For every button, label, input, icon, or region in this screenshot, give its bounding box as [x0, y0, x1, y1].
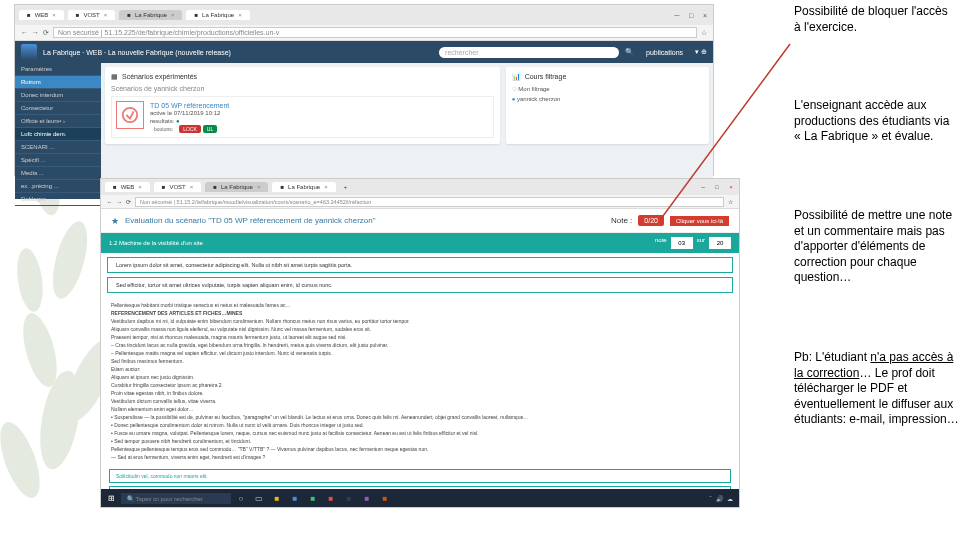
nav-fwd-icon[interactable]: → [32, 29, 39, 36]
tray-icon[interactable]: ˄ [709, 495, 712, 502]
taskbar-search[interactable]: 🔍 Tapez ici pour rechercher [121, 493, 231, 504]
sidebar-item[interactable]: Paramètres [15, 63, 101, 76]
start-icon[interactable]: ⊞ [103, 491, 119, 505]
section-header: 1.2 Machine de la visibilité d'un site n… [101, 233, 739, 253]
task-view-icon[interactable]: ▭ [251, 491, 267, 505]
star-icon: ★ [111, 216, 119, 226]
app-icon[interactable]: ■ [377, 491, 393, 505]
search-input[interactable]: rechercher [439, 47, 619, 58]
browser-tab[interactable]: ■VOST× [68, 10, 115, 20]
browser-tab[interactable]: ■La Fabrique× [119, 10, 182, 20]
app-topbar: La Fabrique · WEB · La nouvelle Fabrique… [15, 41, 713, 63]
svg-line-10 [660, 44, 790, 220]
screenshot-evaluation: ■WEB× ■VOST× ■La Fabrique× ■La Fabrique×… [100, 178, 740, 508]
app-title: La Fabrique · WEB · La nouvelle Fabrique… [43, 49, 231, 56]
app-logo [21, 44, 37, 60]
app-icon[interactable]: ■ [359, 491, 375, 505]
nav-fwd-icon[interactable]: → [117, 199, 123, 205]
browser-tab[interactable]: ■La Fabrique× [272, 182, 335, 192]
window-controls: ─ □ × [673, 12, 709, 19]
reload-icon[interactable]: ⟳ [43, 29, 49, 37]
maximize-icon[interactable]: □ [687, 12, 695, 19]
close-icon[interactable]: × [701, 12, 709, 19]
tray-icon[interactable]: 🔊 [716, 495, 723, 502]
sidebar-item[interactable]: Media ... [15, 167, 101, 180]
sidebar-item[interactable]: ex. .précing ... [15, 180, 101, 193]
scenario-item[interactable]: TD 05 WP référencement active le 07/11/2… [111, 96, 494, 138]
app-icon[interactable]: ■ [341, 491, 357, 505]
app-icon[interactable]: ■ [269, 491, 285, 505]
annotation-block-access: Possibilité de bloquer l'accès à l'exerc… [794, 4, 954, 35]
sidebar-item[interactable]: Officie et leurs• › [15, 115, 101, 128]
annotation-problem: Pb: L'étudiant n'a pas accès à la correc… [794, 350, 959, 428]
scenario-title: TD 05 WP référencement [150, 101, 229, 110]
reload-icon[interactable]: ⟳ [126, 199, 131, 205]
sub-section: Sed efficitur, tortor sit amet ultrices … [107, 277, 733, 293]
minimize-icon[interactable]: ─ [673, 12, 681, 19]
browser-tab-strip: ■WEB× ■VOST× ■La Fabrique× ■La Fabrique×… [101, 179, 739, 195]
scenario-date: active le 07/11/2019 10:12 [150, 110, 229, 118]
annotation-teacher-access: L'enseignant accède aux productions des … [794, 98, 959, 145]
windows-taskbar: ⊞ 🔍 Tapez ici pour rechercher ○ ▭ ■ ■ ■ … [101, 489, 740, 507]
scenario-thumb-icon [116, 101, 144, 129]
sidebar-item[interactable]: Spécifi ... [15, 154, 101, 167]
nav-back-icon[interactable]: ← [107, 199, 113, 205]
cortana-icon[interactable]: ○ [233, 491, 249, 505]
annotation-note-comment: Possibilité de mettre une note et un com… [794, 208, 959, 286]
browser-tab-strip: ■WEB× ■VOST× ■La Fabrique× ■La Fabrique×… [15, 5, 713, 25]
nav-back-icon[interactable]: ← [21, 29, 28, 36]
address-bar[interactable]: Non sécurisé | 51.15.2/la/fabrique/moodl… [135, 197, 724, 207]
search-icon[interactable]: 🔍 [625, 48, 634, 56]
sidebar-item[interactable]: Deblages ... [15, 193, 101, 206]
sidebar-item-active[interactable]: Lufc chimie dem. [15, 128, 101, 141]
browser-tab[interactable]: ■La Fabrique× [186, 10, 249, 20]
note-label: Note : [611, 216, 632, 225]
browser-tab[interactable]: ■WEB× [105, 182, 150, 192]
sidebar-item[interactable]: Rutrum [15, 76, 101, 89]
app-icon[interactable]: ■ [305, 491, 321, 505]
sidebar-item[interactable]: SCENARI ... [15, 141, 101, 154]
browser-tab[interactable]: ■La Fabrique× [205, 182, 268, 192]
evaluation-title: Evaluation du scénario "TD 05 WP référen… [125, 216, 605, 225]
comment-box[interactable]: Sollicitudin vel, commodo non mauris eli… [109, 469, 731, 483]
sub-section: Lorem ipsum dolor sit amet, consectetur … [107, 257, 733, 273]
card-title: Scénarios expérimentés [122, 73, 197, 81]
tray-icon[interactable]: ☁ [727, 495, 733, 502]
sidebar-item[interactable]: Donec interdum [15, 89, 101, 102]
app-icon[interactable]: ■ [287, 491, 303, 505]
arrow-red [660, 40, 800, 240]
browser-tab[interactable]: ■WEB× [19, 10, 64, 20]
sidebar: Paramètres Rutrum Donec interdum Consect… [15, 63, 101, 199]
screenshot-fabrique-list: ■WEB× ■VOST× ■La Fabrique× ■La Fabrique×… [14, 4, 714, 176]
svg-point-11 [123, 108, 137, 122]
answer-body: Pellentesque habitant morbi tristique se… [101, 297, 739, 466]
card-scenarios: ▦ Scénarios expérimentés Scénarios de ya… [105, 67, 500, 144]
card-title: Cours filtrage [525, 73, 567, 81]
address-bar[interactable]: Non sécurisé | 51.15.225/de/fabrique/chi… [53, 27, 697, 38]
sidebar-item[interactable]: Consectetur [15, 102, 101, 115]
app-icon[interactable]: ■ [323, 491, 339, 505]
browser-tab[interactable]: ■VOST× [154, 182, 201, 192]
star-icon[interactable]: ☆ [701, 29, 707, 37]
